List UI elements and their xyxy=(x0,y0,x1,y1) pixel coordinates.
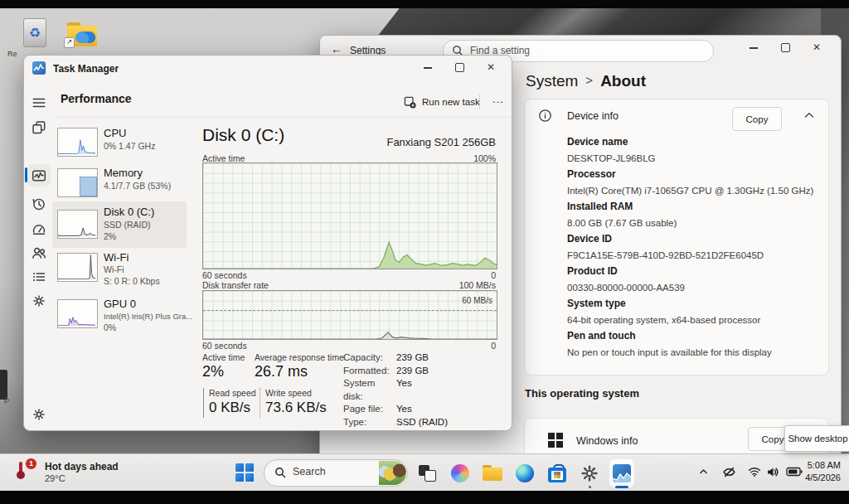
services-icon[interactable] xyxy=(32,293,46,308)
processes-icon[interactable] xyxy=(32,120,46,135)
task-view-button[interactable] xyxy=(415,459,440,487)
breadcrumb-system[interactable]: System xyxy=(526,72,578,90)
transfer-x-left: 60 seconds xyxy=(202,341,247,351)
sidebar-item-sub: Wi-Fi xyxy=(104,264,124,274)
header-separator xyxy=(479,94,480,109)
device-info-rows: Device name DESKTOP-JL96BLG Processor In… xyxy=(567,134,816,361)
search-icon xyxy=(274,467,286,478)
search-highlight-image[interactable] xyxy=(379,461,406,485)
task-manager-icon xyxy=(613,464,631,482)
read-speed-value: 0 KB/s xyxy=(209,400,250,416)
taskbar-clock[interactable]: 5:08 AM 4/5/2026 xyxy=(805,459,841,484)
transfer-rate-axis-label: Disk transfer rate xyxy=(202,280,269,290)
sidebar-item-wifi[interactable]: Wi-Fi Wi-Fi S: 0 R: 0 Kbps xyxy=(52,250,187,291)
disk-device-name: Fanxiang S201 256GB xyxy=(273,136,496,148)
menu-icon[interactable] xyxy=(32,95,46,110)
volume-icon[interactable] xyxy=(766,465,780,479)
maximize-button[interactable] xyxy=(769,41,801,53)
desktop-icon-label-fragment: P xyxy=(4,397,9,405)
device-info-label: Installed RAM xyxy=(567,199,816,216)
details-icon[interactable] xyxy=(32,269,46,284)
notification-badge: 1 xyxy=(25,458,37,470)
weather-headline: Hot days ahead xyxy=(45,461,119,472)
wifi-icon[interactable] xyxy=(748,465,761,478)
gear-icon xyxy=(580,464,599,482)
settings-window-controls: ✕ xyxy=(738,36,832,59)
recycle-glyph: ♻ xyxy=(29,25,41,41)
users-icon[interactable] xyxy=(32,245,46,260)
file-explorer-button[interactable] xyxy=(480,459,505,487)
close-button[interactable]: ✕ xyxy=(801,41,832,53)
minimize-button[interactable] xyxy=(738,41,769,53)
settings-gear-icon[interactable] xyxy=(32,407,46,422)
app-history-icon[interactable] xyxy=(32,196,46,211)
bottom-bezel xyxy=(0,491,849,504)
sidebar-item-sub: S: 0 R: 0 Kbps xyxy=(104,276,160,286)
copilot-button[interactable] xyxy=(448,459,473,487)
maximize-button[interactable] xyxy=(444,61,475,73)
battery-icon[interactable] xyxy=(786,467,803,477)
disk-details: Capacity:239 GB Formatted:239 GB System … xyxy=(343,351,448,429)
device-info-label: System type xyxy=(567,296,816,313)
sidebar-item-gpu[interactable]: GPU 0 Intel(R) Iris(R) Plus Gra... 0% xyxy=(52,296,187,337)
sidebar-item-cpu[interactable]: CPU 0% 1.47 GHz xyxy=(52,125,187,167)
clock-time: 5:08 AM xyxy=(805,459,841,472)
sidebar-item-sub: 0% 1.47 GHz xyxy=(104,141,155,151)
sidebar-item-label: CPU xyxy=(104,127,126,139)
minimize-button[interactable] xyxy=(412,61,444,73)
windows-info-card[interactable]: Windows info Copy xyxy=(524,418,829,455)
settings-taskbar-button[interactable] xyxy=(577,459,602,487)
edge-button[interactable] xyxy=(512,459,537,487)
more-options-button[interactable]: ... xyxy=(485,89,512,110)
read-speed-label: Read speed xyxy=(209,388,256,398)
startup-apps-icon[interactable] xyxy=(32,221,46,236)
device-info-value: DESKTOP-JL96BLG xyxy=(567,151,816,167)
desktop-icon-fragment xyxy=(0,370,7,400)
run-new-task-button[interactable]: Run new task xyxy=(399,91,485,113)
task-manager-nav-rail xyxy=(24,80,54,430)
performance-icon[interactable] xyxy=(32,168,46,183)
device-info-label: Processor xyxy=(567,167,816,183)
sidebar-item-memory[interactable]: Memory 4.1/7.7 GB (53%) xyxy=(52,165,187,206)
device-info-label: Product ID xyxy=(567,264,816,280)
onedrive-folder-icon[interactable]: ↗ xyxy=(67,22,97,46)
privacy-eye-icon[interactable] xyxy=(722,465,736,479)
memory-used-block xyxy=(80,177,97,196)
header-divider xyxy=(54,117,512,118)
copy-device-info-button[interactable]: Copy xyxy=(732,107,782,131)
nav-accent-bar xyxy=(25,167,27,182)
active-time-chart xyxy=(202,162,497,269)
info-icon xyxy=(538,109,552,123)
wifi-mini-chart xyxy=(57,253,98,282)
device-info-value: No pen or touch input is available for t… xyxy=(567,345,816,361)
device-info-value: 8.00 GB (7.67 GB usable) xyxy=(567,216,816,232)
memory-mini-chart xyxy=(57,168,98,197)
section-heading: This operating system xyxy=(525,387,639,400)
device-info-value: F9C1A15E-579B-410D-92BD-521D2FE6045D xyxy=(567,248,816,264)
weather-temperature: 29°C xyxy=(45,473,65,483)
taskbar-search-box[interactable]: Search xyxy=(264,459,408,487)
start-button[interactable] xyxy=(235,463,256,484)
gpu-mini-chart xyxy=(57,299,98,328)
edge-icon xyxy=(516,464,534,482)
sidebar-item-label: Wi-Fi xyxy=(104,251,129,264)
device-info-label: Device ID xyxy=(567,231,816,248)
back-arrow-icon[interactable]: ← xyxy=(331,42,342,56)
task-manager-window: Task Manager ✕ xyxy=(23,55,512,431)
tray-chevron-up-icon[interactable] xyxy=(698,466,709,477)
sidebar-item-sub: 0% xyxy=(104,322,116,332)
show-desktop-tooltip: Show desktop xyxy=(784,425,849,452)
store-button[interactable] xyxy=(545,459,570,487)
disk-mini-chart xyxy=(57,210,98,239)
detail-value: 239 GB xyxy=(396,365,429,378)
sidebar-item-sub: Intel(R) Iris(R) Plus Gra... xyxy=(104,312,192,321)
thermometer-icon xyxy=(17,462,25,480)
task-manager-taskbar-button[interactable] xyxy=(609,459,634,487)
device-info-label: Pen and touch xyxy=(567,328,816,345)
recycle-bin-icon[interactable]: ♻ xyxy=(23,18,46,47)
onedrive-cloud-icon xyxy=(75,32,95,43)
close-button[interactable]: ✕ xyxy=(475,61,507,73)
sidebar-item-disk0-selected[interactable]: Disk 0 (C:) SSD (RAID) 2% xyxy=(52,201,187,248)
cpu-mini-chart xyxy=(57,128,98,157)
chevron-up-icon[interactable] xyxy=(804,112,814,119)
